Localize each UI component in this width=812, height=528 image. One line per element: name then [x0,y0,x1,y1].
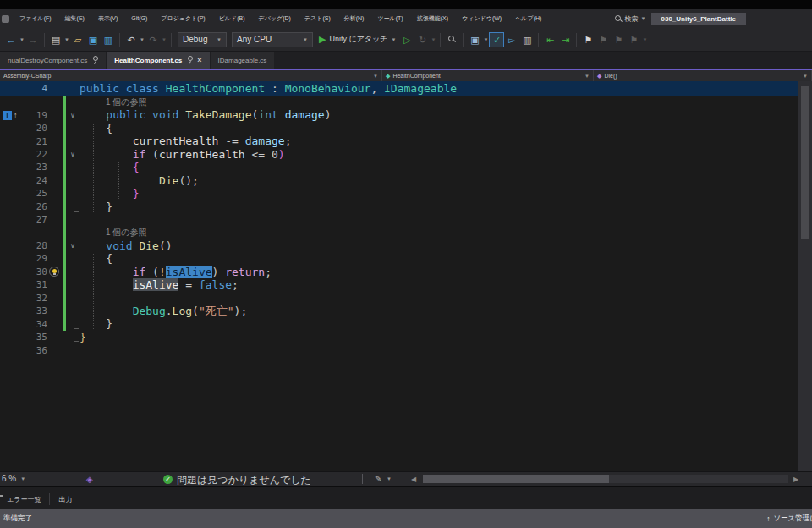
find-in-files-icon[interactable] [444,32,459,47]
line-number[interactable]: 33 [24,305,47,316]
menu-item-10[interactable]: ツール(T) [370,15,409,21]
nav-back-icon[interactable]: ← [3,32,19,47]
dropdown-caret-icon[interactable]: ▼ [430,37,436,42]
menu-item-12[interactable]: ウィンドウ(W) [455,15,508,21]
document-health-icon[interactable]: ◈ [86,475,93,484]
menu-item-4[interactable]: Git(G) [124,15,154,21]
document-tab-1[interactable]: nualDestroyComponent.cs [0,52,106,69]
code-line[interactable]: 36 [0,344,798,356]
attach-to-unity-button[interactable]: ▶Unity にアタッチ▼ [319,34,396,45]
code-line[interactable]: 29 { [0,252,798,265]
menu-item-11[interactable]: 拡張機能(X) [410,15,455,21]
code-line[interactable]: 26 } [0,201,798,213]
code-editor[interactable]: 1 個の参照I↑19∨ public void TakeDamage(int d… [0,96,798,471]
code-line[interactable]: 33 Debug.Log("死亡"); [0,305,798,317]
line-number[interactable]: 24 [24,175,47,186]
breadcrumb-segment-1[interactable]: Assembly-CSharp▼ [0,70,382,81]
copy-document-icon[interactable]: ▥ [519,32,535,47]
line-number[interactable]: 31 [24,279,47,290]
hot-reload-icon[interactable]: ↻ [414,32,430,47]
menu-item-6[interactable]: ビルド(B) [212,15,252,21]
editor-margin[interactable]: I↑ [0,111,24,120]
lightbulb-icon[interactable] [49,267,59,277]
line-number[interactable]: 26 [24,201,47,212]
code-line[interactable]: 22∨ if (currentHealth <= 0) [0,148,798,161]
menu-item-8[interactable]: テスト(S) [298,15,337,21]
menu-item-9[interactable]: 分析(N) [337,15,371,21]
dropdown-caret-icon[interactable]: ▼ [161,37,167,42]
line-number[interactable]: 32 [24,293,47,304]
line-number[interactable]: 30 [24,267,47,278]
panel-tab-output[interactable]: 出力 [50,491,80,508]
code-line[interactable]: 21 currentHealth -= damage; [0,135,798,147]
dropdown-caret-icon[interactable]: ▼ [19,37,25,42]
fold-collapse-icon[interactable]: ∨ [66,151,80,158]
panel-tab-error-list[interactable]: エラー一覧 [0,491,49,508]
dropdown-caret-icon[interactable]: ▼ [63,37,70,42]
bookmark-prev-icon[interactable]: ⚑ [595,32,611,47]
line-number[interactable]: 22 [24,149,47,160]
menu-item-3[interactable]: 表示(V) [91,15,124,21]
codelens-references[interactable]: 1 個の参照 [80,227,147,239]
line-number[interactable]: 35 [24,332,47,343]
line-number[interactable]: 21 [24,136,47,147]
vertical-scrollbar-thumb[interactable] [801,86,809,239]
dropdown-caret-icon[interactable]: ▼ [641,37,648,42]
start-without-debugging-icon[interactable]: ▷ [399,32,414,47]
line-number[interactable]: 27 [24,214,47,225]
breadcrumb-segment-2[interactable]: ◆HealthComponent▼ [382,70,594,81]
code-line[interactable]: I↑19∨ public void TakeDamage(int damage) [0,108,798,121]
line-number[interactable]: 25 [24,188,47,199]
code-line[interactable]: 25 } [0,187,798,200]
source-control-status[interactable]: ↑ ソース管理に [766,514,812,524]
configuration-select[interactable]: Debug▼ [178,32,227,47]
code-line[interactable]: 23 { [0,161,798,173]
undo-icon[interactable]: ↶ [123,32,139,47]
fold-collapse-icon[interactable]: ∨ [66,242,80,250]
code-nav-forward-icon[interactable]: ⇥ [557,32,573,47]
hscroll-left-arrow[interactable]: ◀ [411,476,416,483]
bookmark-clear-icon[interactable]: ⚑ [626,32,641,47]
pointer-mode-icon[interactable]: ▻ [504,32,519,47]
new-item-icon[interactable]: ▤ [48,32,63,47]
save-icon[interactable]: ▣ [85,32,101,47]
code-line[interactable]: 24 Die(); [0,174,798,187]
close-tab-icon[interactable]: × [197,56,201,64]
code-line[interactable]: 35} [0,331,798,344]
menu-item-13[interactable]: ヘルプ(H) [508,15,548,21]
reference-marker-icon[interactable]: I [3,111,12,120]
nav-forward-icon[interactable]: → [25,32,41,47]
line-number[interactable]: 23 [24,162,47,173]
code-line[interactable]: 1 個の参照 [0,226,798,239]
menu-item-2[interactable]: 編集(E) [58,15,91,21]
dropdown-caret-icon[interactable]: ▼ [139,37,145,42]
code-line[interactable]: 20 { [0,122,798,135]
menu-item-5[interactable]: プロジェクト(P) [154,15,211,21]
code-line[interactable]: 34 } [0,317,798,330]
fold-collapse-icon[interactable]: ∨ [66,112,80,119]
line-number[interactable]: 19 [24,110,47,121]
horizontal-scrollbar-thumb[interactable] [423,475,609,483]
code-cleanup-icon[interactable]: ✎ [375,474,381,483]
platform-select[interactable]: Any CPU▼ [232,32,313,47]
navigate-toggle-icon[interactable]: ✓ [489,32,504,47]
code-line[interactable]: 32 [0,292,798,305]
search-control[interactable]: 検索 ▼ [614,14,646,24]
open-file-icon[interactable]: ▱ [70,32,85,47]
line-number[interactable]: 20 [24,123,47,134]
code-nav-back-icon[interactable]: ⇤ [542,32,557,47]
code-line[interactable]: 1 個の参照 [0,96,798,108]
horizontal-scrollbar[interactable] [423,475,788,483]
zoom-control[interactable]: 6 % ▼ [2,474,25,483]
save-all-icon[interactable]: ▥ [101,32,116,47]
line-number[interactable]: 36 [24,345,47,356]
menu-item-7[interactable]: デバッグ(D) [252,15,298,21]
document-tab-2[interactable]: HealthComponent.cs× [107,52,209,69]
pin-icon[interactable] [91,56,98,64]
menu-item-1[interactable]: ファイル(F) [13,15,58,21]
line-number[interactable]: 28 [24,240,47,251]
code-line[interactable]: 28∨ void Die() [0,239,798,252]
save-selected-items-icon[interactable]: ▣ [467,32,482,47]
code-cleanup-caret-icon[interactable]: ▼ [387,476,392,481]
code-line[interactable]: 27 [0,213,798,226]
